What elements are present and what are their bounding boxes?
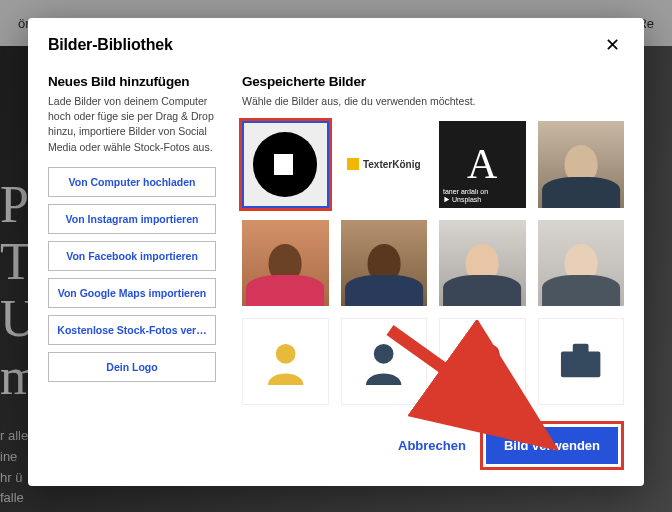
svg-point-1: [275, 344, 295, 364]
image-thumb[interactable]: [341, 220, 428, 307]
texterkoenig-logo: TexterKönig: [347, 158, 421, 170]
image-thumb[interactable]: [439, 318, 526, 405]
saved-images-panel: Gespeicherte Bilder Wähle die Bilder aus…: [242, 74, 624, 409]
your-logo-button[interactable]: Dein Logo: [48, 352, 216, 382]
svg-rect-4: [573, 344, 589, 354]
stock-photos-button[interactable]: Kostenlose Stock-Fotos ver…: [48, 315, 216, 345]
image-thumb-selected[interactable]: [242, 121, 329, 208]
svg-rect-3: [561, 352, 600, 378]
image-library-modal: Bilder-Bibliothek ✕ Neues Bild hinzufüge…: [28, 18, 644, 486]
person-placeholder-icon: [262, 338, 309, 385]
briefcase-placeholder-icon: [557, 342, 604, 381]
import-facebook-button[interactable]: Von Facebook importieren: [48, 241, 216, 271]
modal-title: Bilder-Bibliothek: [48, 36, 173, 54]
image-thumb[interactable]: [242, 318, 329, 405]
apply-button-highlight: Bild verwenden: [480, 421, 624, 470]
heart-placeholder-icon: [459, 338, 506, 385]
image-thumb[interactable]: A taner ardalı on Unsplash: [439, 121, 526, 208]
image-thumb[interactable]: [538, 220, 625, 307]
saved-images-desc: Wähle die Bilder aus, die du verwenden m…: [242, 94, 624, 109]
image-thumb[interactable]: [242, 220, 329, 307]
image-thumb[interactable]: [538, 121, 625, 208]
image-thumb[interactable]: TexterKönig: [341, 121, 428, 208]
cancel-button[interactable]: Abbrechen: [398, 438, 466, 453]
saved-images-title: Gespeicherte Bilder: [242, 74, 624, 89]
logo-circle-icon: [253, 132, 317, 196]
use-image-button[interactable]: Bild verwenden: [486, 427, 618, 464]
add-image-panel: Neues Bild hinzufügen Lade Bilder von de…: [48, 74, 216, 409]
add-image-desc: Lade Bilder von deinem Computer hoch ode…: [48, 94, 216, 155]
modal-footer: Abbrechen Bild verwenden: [28, 409, 644, 486]
unsplash-credit: taner ardalı on Unsplash: [443, 188, 488, 203]
image-thumb[interactable]: [538, 318, 625, 405]
image-thumb[interactable]: [439, 220, 526, 307]
modal-header: Bilder-Bibliothek ✕: [28, 18, 644, 68]
upload-computer-button[interactable]: Von Computer hochladen: [48, 167, 216, 197]
modal-body: Neues Bild hinzufügen Lade Bilder von de…: [28, 68, 644, 409]
import-googlemaps-button[interactable]: Von Google Maps importieren: [48, 278, 216, 308]
image-thumb[interactable]: [341, 318, 428, 405]
close-icon[interactable]: ✕: [601, 32, 624, 58]
svg-point-2: [374, 344, 394, 364]
svg-marker-0: [444, 197, 449, 203]
image-grid: TexterKönig A taner ardalı on Unsplash: [242, 121, 624, 405]
person-placeholder-icon: [360, 338, 407, 385]
import-instagram-button[interactable]: Von Instagram importieren: [48, 204, 216, 234]
add-image-title: Neues Bild hinzufügen: [48, 74, 216, 89]
